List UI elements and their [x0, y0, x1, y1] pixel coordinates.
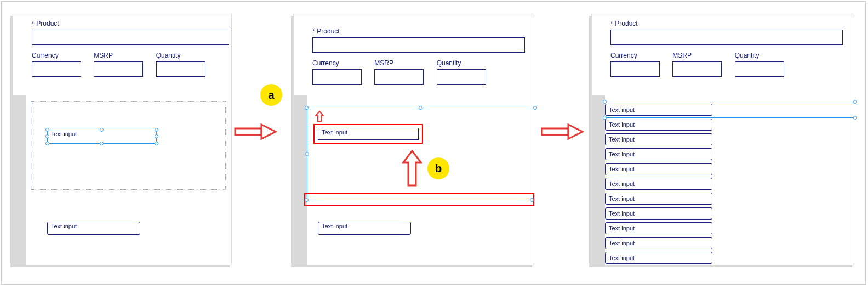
panel-step3: * Product Currency MSRP Quantity	[591, 14, 854, 265]
field-row: Currency MSRP Quantity	[312, 59, 528, 85]
selected-textinput[interactable]: Text input	[47, 130, 157, 144]
gallery-row: Text input	[605, 235, 855, 250]
gallery-row-textinput[interactable]: Text input	[605, 133, 712, 145]
currency-label: Currency	[610, 52, 660, 59]
textinput-in-gallery-template[interactable]: Text input	[318, 128, 419, 140]
large-arrow-up-b	[401, 149, 423, 189]
svg-rect-0	[235, 128, 261, 135]
gallery-row: Text input	[605, 161, 855, 176]
gallery-row-textinput[interactable]: Text input	[605, 222, 712, 234]
quantity-input[interactable]	[156, 61, 205, 77]
textinput-placeholder: Text input	[606, 179, 638, 189]
msrp-input[interactable]	[374, 69, 424, 85]
textinput-placeholder: Text input	[606, 134, 638, 144]
gallery-row-textinput[interactable]: Text input	[605, 237, 712, 249]
selected-textinput-wrapper: Text input	[47, 130, 157, 144]
small-arrow-up-a	[315, 110, 324, 124]
annotation-b-text: b	[435, 162, 442, 175]
textinput-placeholder: Text input	[606, 238, 638, 248]
required-asterisk: *	[610, 20, 613, 27]
gallery-row: Text input	[605, 102, 855, 117]
gallery-row-textinput[interactable]: Text input	[605, 178, 712, 190]
product-label: Product	[36, 20, 59, 27]
gallery-rows-container: Text inputText inputText inputText input…	[605, 102, 855, 265]
textinput-placeholder: Text input	[606, 164, 638, 174]
gallery-row: Text input	[605, 132, 855, 147]
field-row: Currency MSRP Quantity	[32, 52, 226, 77]
annotation-badge-a: a	[260, 84, 282, 106]
panel-gray-edge	[592, 95, 605, 266]
gallery-row: Text input	[605, 250, 855, 265]
panel-step1: * Product Currency MSRP Quantity	[13, 14, 232, 265]
gallery-top-edge	[307, 108, 535, 108]
quantity-label: Quantity	[156, 52, 205, 59]
gallery-row-textinput[interactable]: Text input	[605, 163, 712, 175]
required-asterisk: *	[312, 28, 315, 35]
textinput-placeholder: Text input	[48, 129, 80, 139]
gallery-row: Text input	[605, 221, 855, 235]
field-row: Currency MSRP Quantity	[610, 52, 848, 77]
textinput-placeholder: Text input	[48, 221, 80, 231]
msrp-label: MSRP	[672, 52, 722, 59]
product-input[interactable]	[32, 30, 229, 45]
gallery-bottom-edge	[307, 200, 532, 200]
gallery-row-textinput[interactable]: Text input	[605, 104, 712, 116]
product-label-row: * Product	[610, 20, 848, 27]
currency-input[interactable]	[32, 61, 81, 77]
static-textinput[interactable]: Text input	[47, 222, 140, 235]
panel-gray-edge	[13, 95, 26, 266]
dotted-container-placeholder	[31, 101, 226, 190]
textinput-placeholder: Text input	[606, 120, 638, 130]
annotation-a-text: a	[268, 89, 274, 102]
gallery-row: Text input	[605, 176, 855, 191]
gallery-row-textinput[interactable]: Text input	[605, 207, 712, 220]
textinput-placeholder: Text input	[606, 253, 638, 263]
gallery-row: Text input	[605, 206, 855, 221]
currency-input[interactable]	[312, 69, 362, 85]
required-asterisk: *	[32, 20, 34, 27]
textinput-placeholder: Text input	[318, 221, 351, 231]
textinput-placeholder: Text input	[318, 127, 351, 137]
product-label-row: * Product	[312, 27, 528, 35]
currency-label: Currency	[312, 59, 362, 67]
arrow-step1-to-step2	[234, 123, 278, 142]
quantity-label: Quantity	[735, 52, 784, 59]
product-label-row: * Product	[32, 20, 226, 27]
quantity-input[interactable]	[437, 69, 486, 85]
msrp-input[interactable]	[672, 61, 722, 77]
currency-input[interactable]	[610, 61, 660, 77]
diagram-canvas: * Product Currency MSRP Quantity	[1, 1, 866, 285]
gallery-row-textinput[interactable]: Text input	[605, 252, 712, 264]
annotation-badge-b: b	[427, 157, 449, 179]
gallery-row-textinput[interactable]: Text input	[605, 193, 712, 205]
quantity-label: Quantity	[437, 59, 486, 67]
gallery-row-textinput[interactable]: Text input	[605, 148, 712, 160]
gallery-left-edge	[307, 108, 307, 201]
arrow-step2-to-step3	[541, 123, 585, 142]
gallery-row: Text input	[605, 147, 855, 161]
svg-rect-1	[542, 128, 568, 135]
gallery-row: Text input	[605, 191, 855, 206]
gallery-row: Text input	[605, 117, 855, 132]
textinput-placeholder: Text input	[606, 194, 638, 204]
product-input[interactable]	[610, 30, 843, 45]
currency-label: Currency	[32, 52, 81, 59]
textinput-placeholder: Text input	[606, 223, 638, 233]
msrp-input[interactable]	[94, 61, 143, 77]
product-label: Product	[615, 20, 637, 27]
textinput-placeholder: Text input	[606, 149, 638, 159]
textinput-placeholder: Text input	[606, 209, 638, 218]
product-input[interactable]	[312, 37, 525, 53]
textinput-placeholder: Text input	[606, 105, 638, 115]
static-textinput[interactable]: Text input	[318, 222, 411, 235]
quantity-input[interactable]	[735, 61, 784, 77]
gallery-row-textinput[interactable]: Text input	[605, 119, 712, 131]
panel-gray-edge	[294, 95, 307, 266]
msrp-label: MSRP	[374, 59, 424, 67]
product-label: Product	[317, 27, 339, 35]
msrp-label: MSRP	[94, 52, 143, 59]
panel-step2: * Product Currency MSRP Quantity	[293, 14, 534, 265]
